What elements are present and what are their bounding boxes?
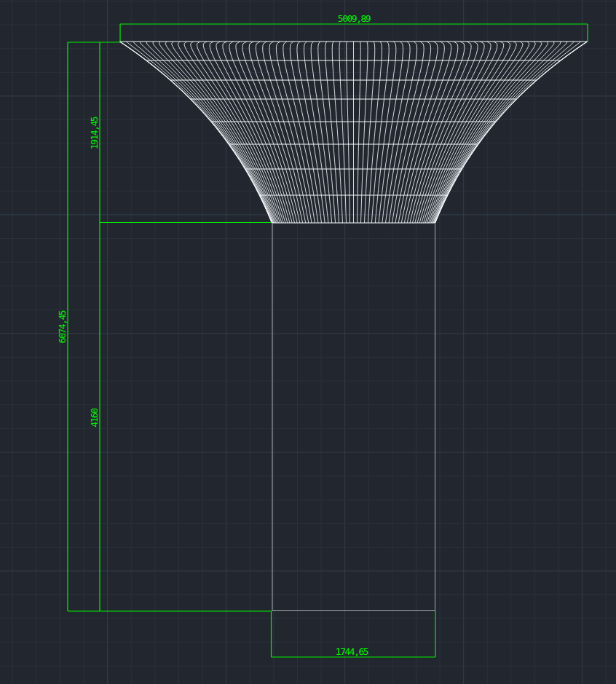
viewport-background <box>0 0 616 684</box>
drawing-viewport[interactable]: 5009,89 1914,45 6074,45 4160 1744,65 <box>0 0 616 684</box>
dim-label-lower-height[interactable]: 4160 <box>89 409 100 428</box>
dim-label-bottom-width[interactable]: 1744,65 <box>336 646 368 657</box>
dim-label-total-height[interactable]: 6074,45 <box>57 310 68 343</box>
dim-label-top-width[interactable]: 5009,89 <box>338 13 371 24</box>
cad-drawing-area[interactable]: 5009,89 1914,45 6074,45 4160 1744,65 <box>0 0 616 684</box>
dim-label-upper-height[interactable]: 1914,45 <box>89 117 100 149</box>
